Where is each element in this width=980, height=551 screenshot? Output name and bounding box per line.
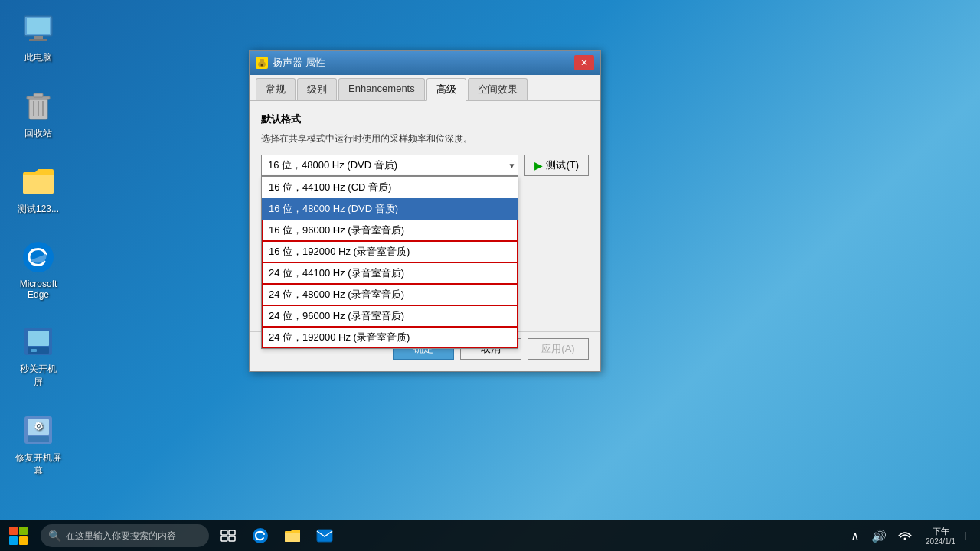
desktop-icon-repair[interactable]: ⚙ 修复开机屏 幕 (8, 408, 69, 481)
dropdown-item-2[interactable]: 16 位，96000 Hz (录音室音质) (262, 220, 518, 241)
windows-logo-icon (9, 527, 28, 545)
test-button-label: 测试(T) (546, 158, 579, 172)
dialog-titlebar: 扬声器 属性 ✕ (250, 51, 600, 75)
svg-rect-2 (34, 36, 43, 39)
svg-point-21 (261, 64, 263, 67)
svg-rect-12 (28, 331, 49, 346)
folder-icon-label: 测试123... (18, 203, 59, 216)
dropdown-item-5[interactable]: 24 位，48000 Hz (录音室音质) (262, 284, 518, 305)
taskbar: 🔍 在这里输入你要搜索的内容 (0, 520, 980, 551)
speaker-properties-dialog: 扬声器 属性 ✕ 常规 级别 Enhancements 高级 空间效果 默认格式… (249, 50, 601, 372)
svg-rect-25 (221, 536, 227, 541)
desktop-icon-my-computer[interactable]: 此电脑 (8, 8, 69, 68)
tray-expand-icon[interactable]: ∧ (847, 525, 864, 547)
test-button[interactable]: ▶ 测试(T) (524, 155, 589, 176)
apply-button[interactable]: 应用(A) (528, 338, 589, 360)
search-icon: 🔍 (48, 530, 61, 542)
desktop-icon-edge[interactable]: Microsoft Edge (8, 235, 69, 304)
taskbar-tray: ∧ 🔊 下午 2024/1/1 (847, 522, 980, 549)
dialog-title-icon (256, 57, 268, 69)
clock-date: 2024/1/1 (926, 537, 956, 546)
desktop-icon-recycle-bin[interactable]: 回收站 (8, 83, 69, 144)
format-select-wrapper: 16 位，48000 Hz (DVD 音质) ▼ 16 位，44100 Hz (… (261, 155, 518, 176)
taskbar-edge[interactable] (245, 520, 276, 551)
svg-rect-28 (317, 530, 332, 542)
svg-rect-23 (221, 530, 227, 535)
desktop-icon-taskmgr[interactable]: 秒关开机 屏 (8, 319, 69, 393)
svg-rect-1 (27, 18, 50, 34)
taskbar-quick-icons (213, 520, 340, 551)
taskmgr-icon-label: 秒关开机 屏 (20, 363, 57, 389)
desktop-icons: 此电脑 回收站 测试123. (8, 8, 69, 481)
svg-rect-6 (34, 93, 43, 97)
dropdown-item-1[interactable]: 16 位，48000 Hz (DVD 音质) (262, 198, 518, 220)
computer-icon-label: 此电脑 (24, 51, 52, 64)
dialog-main-content: 默认格式 选择在共享模式中运行时使用的采样频率和位深度。 16 位，48000 … (250, 101, 600, 195)
taskbar-file-explorer[interactable] (277, 520, 308, 551)
dropdown-item-0[interactable]: 16 位，44100 Hz (CD 音质) (262, 177, 518, 198)
play-icon: ▶ (534, 159, 543, 171)
folder-icon (20, 163, 57, 200)
desktop-icon-folder[interactable]: 测试123... (8, 159, 69, 220)
taskbar-task-view[interactable] (213, 520, 243, 551)
svg-point-29 (904, 538, 906, 540)
desktop: 此电脑 回收站 测试123. (0, 0, 980, 551)
edge-icon-label: Microsoft Edge (20, 279, 57, 300)
repair-icon-label: 修复开机屏 幕 (15, 452, 61, 478)
tab-levels[interactable]: 级别 (297, 78, 337, 100)
repair-icon: ⚙ (20, 412, 57, 448)
tray-network-icon[interactable] (894, 524, 916, 547)
dropdown-item-4[interactable]: 24 位，44100 Hz (录音室音质) (262, 262, 518, 284)
svg-text:⚙: ⚙ (34, 420, 44, 432)
recycle-bin-icon (20, 87, 57, 124)
recycle-bin-icon-label: 回收站 (24, 127, 52, 140)
section-desc: 选择在共享模式中运行时使用的采样频率和位深度。 (261, 132, 589, 145)
tab-advanced[interactable]: 高级 (426, 78, 466, 101)
taskmgr-icon (20, 323, 57, 360)
close-button[interactable]: ✕ (574, 55, 594, 70)
edge-icon (20, 239, 57, 276)
search-placeholder: 在这里输入你要搜索的内容 (66, 530, 176, 543)
svg-rect-3 (29, 39, 47, 41)
dropdown-list: 16 位，44100 Hz (CD 音质) 16 位，48000 Hz (DVD… (261, 176, 518, 349)
dropdown-item-3[interactable]: 16 位，192000 Hz (录音室音质) (262, 241, 518, 262)
svg-rect-14 (31, 349, 37, 352)
dropdown-item-7[interactable]: 24 位，192000 Hz (录音室音质) (262, 327, 518, 348)
tab-enhancements[interactable]: Enhancements (338, 78, 425, 100)
tab-general[interactable]: 常规 (256, 78, 296, 100)
section-title: 默认格式 (261, 112, 589, 126)
svg-rect-24 (229, 530, 235, 535)
svg-rect-20 (260, 59, 264, 64)
start-button[interactable] (0, 520, 37, 551)
clock-time: 下午 (926, 526, 956, 537)
dialog-title: 扬声器 属性 (273, 56, 574, 70)
taskbar-clock[interactable]: 下午 2024/1/1 (920, 522, 962, 549)
svg-rect-17 (28, 436, 49, 442)
dropdown-item-6[interactable]: 24 位，96000 Hz (录音室音质) (262, 305, 518, 327)
dialog-tabs: 常规 级别 Enhancements 高级 空间效果 (250, 75, 600, 101)
taskbar-search[interactable]: 🔍 在这里输入你要搜索的内容 (41, 524, 209, 547)
format-select-display[interactable]: 16 位，48000 Hz (DVD 音质) (261, 155, 518, 176)
computer-icon (20, 11, 57, 48)
format-row: 16 位，48000 Hz (DVD 音质) ▼ 16 位，44100 Hz (… (261, 155, 589, 176)
svg-rect-26 (229, 536, 235, 541)
tab-spatial[interactable]: 空间效果 (468, 78, 528, 100)
tray-sound-icon[interactable]: 🔊 (867, 525, 890, 547)
taskbar-mail[interactable] (309, 520, 340, 551)
show-desktop-button[interactable] (965, 532, 976, 540)
